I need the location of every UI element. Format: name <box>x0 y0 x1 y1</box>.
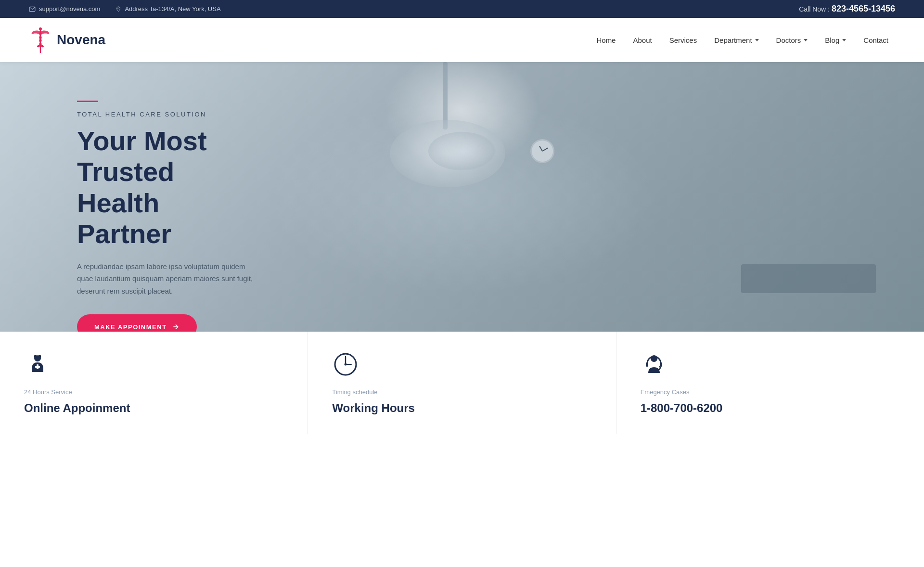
hero-accent-line <box>77 101 98 102</box>
headset-icon-container <box>641 351 667 378</box>
hero-content: TOTAL HEALTH CARE SOLUTION Your Most Tru… <box>0 62 337 332</box>
nav-blog[interactable]: Blog <box>818 32 853 48</box>
cta-button[interactable]: MAKE APPOINMENT <box>77 314 197 332</box>
headset-icon <box>642 352 667 377</box>
card-emergency: Emegency Cases 1-800-700-6200 <box>616 332 924 434</box>
nav-contact[interactable]: Contact <box>857 32 895 48</box>
nurse-icon <box>25 352 50 377</box>
nav-doctors[interactable]: Doctors <box>770 32 815 48</box>
phone-number: 823-4565-13456 <box>832 4 895 13</box>
hero-subtitle: TOTAL HEALTH CARE SOLUTION <box>77 111 260 118</box>
arrow-right-icon <box>172 323 180 331</box>
card-hours-title: Working Hours <box>332 401 591 415</box>
lamp-lens <box>428 132 496 170</box>
svg-rect-9 <box>36 355 39 356</box>
top-bar-left: support@novena.com Address Ta-134/A, New… <box>29 5 221 13</box>
clock-icon-container <box>332 351 359 378</box>
logo-link[interactable]: Novena <box>29 26 105 53</box>
logo-icon <box>29 26 52 53</box>
email-icon <box>29 6 36 13</box>
header: Novena Home About Services Department Do… <box>0 18 924 62</box>
svg-point-1 <box>118 8 119 9</box>
card-emergency-label: Emegency Cases <box>641 388 900 396</box>
clock-icon <box>333 352 358 377</box>
cta-button-label: MAKE APPOINMENT <box>94 323 167 331</box>
hero-section: TOTAL HEALTH CARE SOLUTION Your Most Tru… <box>0 62 924 332</box>
doctors-arrow <box>804 39 808 41</box>
location-icon <box>116 6 121 13</box>
email-text: support@novena.com <box>39 5 100 13</box>
blog-arrow <box>842 39 846 41</box>
lamp-pole <box>443 62 448 129</box>
equipment-panel <box>741 264 876 293</box>
nurse-icon-container <box>24 351 51 378</box>
hero-title: Your Most Trusted Health Partner <box>77 126 260 250</box>
card-appointment-title: Online Appoinment <box>24 401 283 415</box>
nav-about[interactable]: About <box>626 32 658 48</box>
nav-home[interactable]: Home <box>590 32 622 48</box>
card-hours-label: Timing schedule <box>332 388 591 396</box>
email-item: support@novena.com <box>29 5 100 13</box>
address-item: Address Ta-134/A, New York, USA <box>116 5 220 13</box>
nav-department[interactable]: Department <box>707 32 765 48</box>
main-nav: Home About Services Department Doctors B… <box>590 32 895 48</box>
top-bar: support@novena.com Address Ta-134/A, New… <box>0 0 924 18</box>
hero-description: A repudiandae ipsam labore ipsa voluptat… <box>77 260 260 297</box>
card-appointment: 24 Hours Service Online Appoinment <box>0 332 308 434</box>
address-text: Address Ta-134/A, New York, USA <box>125 5 220 13</box>
svg-rect-11 <box>35 366 40 368</box>
call-label: Call Now : <box>799 5 830 13</box>
department-arrow <box>755 39 759 41</box>
wall-clock <box>530 139 554 163</box>
card-hours: Timing schedule Working Hours <box>308 332 616 434</box>
logo-text: Novena <box>57 32 105 48</box>
svg-rect-17 <box>646 362 648 367</box>
card-emergency-title: 1-800-700-6200 <box>641 401 900 415</box>
info-cards: 24 Hours Service Online Appoinment Timin… <box>0 332 924 434</box>
svg-point-3 <box>39 27 42 30</box>
phone-item: Call Now : 823-4565-13456 <box>799 4 895 14</box>
nav-services[interactable]: Services <box>663 32 704 48</box>
card-appointment-label: 24 Hours Service <box>24 388 283 396</box>
